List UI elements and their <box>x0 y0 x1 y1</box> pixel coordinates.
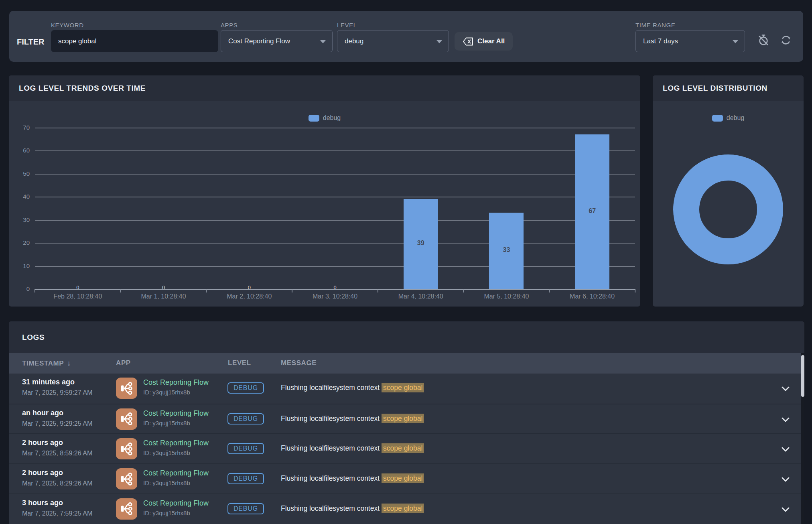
timer-off-button[interactable] <box>757 34 770 47</box>
column-header-level: LEVEL <box>228 359 251 367</box>
logs-table-header: TIMESTAMP↓ APP LEVEL MESSAGE <box>9 353 801 374</box>
x-axis-label: Mar 6, 10:28:40 <box>549 293 635 300</box>
expand-row-button[interactable] <box>781 447 790 454</box>
x-axis-label: Mar 1, 10:28:40 <box>121 293 207 300</box>
chevron-down-icon <box>733 40 738 43</box>
app-link[interactable]: Cost Reporting Flow <box>143 499 209 508</box>
x-axis-label: Mar 4, 10:28:40 <box>378 293 464 300</box>
donut-segment-debug[interactable] <box>686 168 770 252</box>
level-select[interactable]: debug <box>337 30 449 52</box>
gridline <box>35 128 635 128</box>
refresh-button[interactable] <box>779 34 793 47</box>
log-row[interactable]: 2 hours agoMar 7, 2025, 8:59:26 AMCost R… <box>9 433 801 463</box>
level-badge: DEBUG <box>227 382 264 394</box>
level-badge: DEBUG <box>227 443 264 454</box>
logs-panel-title: LOGS <box>22 333 45 342</box>
logs-panel: LOGS TIMESTAMP↓ APP LEVEL MESSAGE 31 min… <box>9 321 804 524</box>
app-id: ID: y3qujj15rhx8b <box>143 449 190 456</box>
x-axis-tick <box>463 289 464 292</box>
keyword-highlight: scope global <box>382 414 424 423</box>
flow-app-icon <box>116 438 137 459</box>
flow-app-icon <box>116 408 137 430</box>
level-badge: DEBUG <box>227 473 264 484</box>
apps-select[interactable]: Cost Reporting Flow <box>221 30 333 52</box>
app-link[interactable]: Cost Reporting Flow <box>143 378 209 387</box>
clear-all-button[interactable]: Clear All <box>455 32 513 51</box>
column-header-app: APP <box>116 359 131 367</box>
expand-row-button[interactable] <box>781 507 790 514</box>
log-level-distribution-panel: LOG LEVEL DISTRIBUTION debug <box>653 75 804 307</box>
y-axis-tick-label: 60 <box>9 147 30 154</box>
backspace-icon <box>463 37 473 46</box>
gridline <box>35 150 635 151</box>
app-id: ID: y3qujj15rhx8b <box>143 479 190 486</box>
log-time-relative: 2 hours ago <box>22 439 63 447</box>
y-axis-tick-label: 10 <box>9 262 30 269</box>
x-axis-tick <box>35 289 35 292</box>
log-row[interactable]: an hour agoMar 7, 2025, 9:29:25 AMCost R… <box>9 404 801 434</box>
x-axis-tick <box>292 289 292 292</box>
y-axis-tick-label: 0 <box>9 285 30 292</box>
app-id: ID: y3qujj15rhx8b <box>143 389 190 396</box>
flow-app-icon <box>116 498 137 520</box>
time-range-select-value: Last 7 days <box>643 37 678 45</box>
log-time-relative: 31 minutes ago <box>22 378 75 386</box>
log-message: Flushing localfilesystem contextscope gl… <box>281 474 424 483</box>
chevron-down-icon <box>436 40 442 43</box>
x-axis-label: Mar 5, 10:28:40 <box>464 293 550 300</box>
app-link[interactable]: Cost Reporting Flow <box>143 439 209 447</box>
level-badge: DEBUG <box>227 413 264 424</box>
log-level-trends-panel: LOG LEVEL TRENDS OVER TIME debug 0102030… <box>9 75 640 307</box>
log-row[interactable]: 31 minutes agoMar 7, 2025, 9:59:27 AMCos… <box>9 374 801 404</box>
gridline <box>35 174 635 175</box>
x-axis-tick <box>549 289 550 292</box>
x-axis-tick <box>120 289 121 292</box>
app-id: ID: y3qujj15rhx8b <box>143 420 190 427</box>
time-range-select[interactable]: Last 7 days <box>635 30 745 52</box>
expand-row-button[interactable] <box>781 417 790 424</box>
log-time-absolute: Mar 7, 2025, 7:59:25 AM <box>22 510 92 517</box>
app-link[interactable]: Cost Reporting Flow <box>143 469 209 477</box>
bar-zero-label: 0 <box>327 284 343 290</box>
log-message: Flushing localfilesystem contextscope gl… <box>281 504 424 513</box>
y-axis-tick-label: 30 <box>9 216 30 223</box>
time-range-label: TIME RANGE <box>635 22 675 28</box>
x-axis-tick <box>378 289 378 292</box>
log-time-absolute: Mar 7, 2025, 8:29:26 AM <box>22 480 92 487</box>
gridline <box>35 220 635 221</box>
y-axis-tick-label: 20 <box>9 239 30 246</box>
y-axis-tick-label: 50 <box>9 170 30 177</box>
level-label: LEVEL <box>337 22 357 28</box>
keyword-input[interactable] <box>51 30 218 52</box>
donut-chart[interactable] <box>653 75 804 307</box>
y-axis-tick-label: 40 <box>9 193 30 200</box>
keyword-highlight: scope global <box>382 473 424 483</box>
logs-scrollbar[interactable] <box>801 353 804 524</box>
timer-off-icon <box>757 34 770 47</box>
keyword-highlight: scope global <box>382 443 424 453</box>
expand-row-button[interactable] <box>781 477 790 484</box>
filter-bar-title: FILTER <box>17 37 45 47</box>
log-row[interactable]: 2 hours agoMar 7, 2025, 8:29:26 AMCost R… <box>9 463 801 494</box>
logs-scrollbar-thumb[interactable] <box>801 355 804 397</box>
app-link[interactable]: Cost Reporting Flow <box>143 409 209 418</box>
bar-value-label: 39 <box>404 240 438 247</box>
log-time-absolute: Mar 7, 2025, 9:29:25 AM <box>22 420 92 427</box>
log-time-absolute: Mar 7, 2025, 9:59:27 AM <box>22 389 92 396</box>
log-row[interactable]: 3 hours agoMar 7, 2025, 7:59:25 AMCost R… <box>9 494 801 524</box>
x-axis-label: Feb 28, 10:28:40 <box>35 293 121 300</box>
keyword-label: KEYWORD <box>51 22 84 28</box>
bar-value-label: 67 <box>575 207 609 215</box>
expand-row-button[interactable] <box>781 386 790 393</box>
x-axis-tick <box>206 289 207 292</box>
x-axis-label: Mar 2, 10:28:40 <box>206 293 292 300</box>
column-header-timestamp[interactable]: TIMESTAMP↓ <box>22 359 71 368</box>
bar-chart: 010203040506070Feb 28, 10:28:400Mar 1, 1… <box>9 75 640 307</box>
bar-zero-label: 0 <box>70 284 86 290</box>
column-header-message: MESSAGE <box>281 359 317 367</box>
chevron-down-icon <box>320 40 326 43</box>
logs-panel-header: LOGS <box>9 321 804 353</box>
log-time-absolute: Mar 7, 2025, 8:59:26 AM <box>22 450 92 457</box>
bar-zero-label: 0 <box>156 284 172 290</box>
log-time-relative: an hour ago <box>22 409 63 417</box>
